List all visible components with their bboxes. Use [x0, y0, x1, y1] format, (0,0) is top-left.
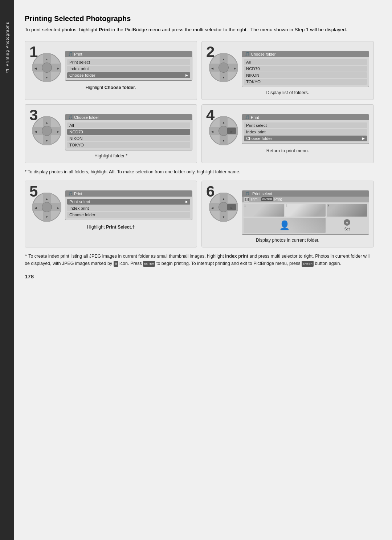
dpad-4-left	[211, 128, 213, 134]
step-3-caption: Highlight folder.*	[29, 153, 192, 158]
menu-item-nikon-3: NIKON	[67, 136, 190, 141]
menu-item-ncd70-2: NCD70	[244, 66, 367, 72]
page-intro: To print selected photos, highlight Prin…	[25, 26, 374, 34]
footnote-1: * To display photos in all folders, high…	[25, 168, 374, 176]
steps-grid-bottom: 5 🎵 Print	[25, 181, 374, 247]
main-content: Printing Selected Photographs To print s…	[14, 0, 392, 540]
photo-thumb-3: 3	[327, 204, 367, 217]
dpad-1	[32, 53, 61, 82]
dpad-left-arrow	[34, 64, 37, 71]
dpad-6-down	[222, 213, 225, 219]
dpad-5-left	[34, 204, 37, 210]
dpad-down-arrow	[45, 73, 48, 80]
enter-icon: ENTER	[143, 261, 155, 266]
menu-item-tokyo-2: TOKYO	[244, 79, 367, 85]
dpad-6-right	[227, 204, 236, 210]
dpad-5-up	[45, 195, 48, 201]
dpad-4-right	[227, 128, 236, 134]
dpad-3-right	[57, 128, 59, 134]
dpad-6-left	[211, 204, 213, 210]
dpad-2-up	[222, 55, 225, 62]
step-3-menu-title: Choose folder	[74, 115, 99, 120]
dpad-3-left	[34, 128, 37, 134]
enter-badge: ENTER	[261, 197, 273, 201]
print-label: Print	[274, 197, 282, 201]
step-1-caption: Highlight Choose folder.	[29, 85, 192, 90]
step-1-menu-header: 🎵 Print	[65, 51, 192, 57]
menu-item-nikon-2: NIKON	[244, 72, 367, 78]
step-1-box: 1 🎵 Print	[25, 41, 197, 100]
step-4-box: 4 🎵 Print	[201, 104, 374, 163]
step-4-content: 🎵 Print Print select Index print Choose …	[206, 113, 369, 145]
thumb-num-2: 2	[286, 204, 287, 207]
menu-item-all-2: All	[244, 59, 367, 65]
step-5-menu-items: Print select ▶ Index print Choose folder	[65, 197, 192, 220]
step-5-menu: 🎵 Print Print select ▶ Index print Choos…	[65, 190, 192, 220]
menu-item-index-print-5: Index print	[67, 205, 190, 211]
menu-icon-6: 🎵	[245, 192, 249, 196]
menu-item-ncd70-3: NCD70	[67, 129, 190, 135]
step-6-content: 🎵 Print select ⊞ Trim ENTER Print	[206, 189, 369, 235]
dpad-2-right	[234, 64, 236, 71]
dpad-right-arrow	[57, 64, 59, 71]
dpad-6-up	[222, 195, 225, 201]
menu-icon-1: 🎵	[68, 52, 73, 56]
menu-item-tokyo-3: TOKYO	[67, 142, 190, 148]
person-silhouette: 👤	[279, 220, 290, 230]
menu-item-index-print-4: Index print	[244, 129, 367, 135]
step-6-photo-header: 🎵 Print select	[242, 191, 369, 197]
menu-item-print-select-5: Print select ▶	[67, 199, 190, 205]
step-1-menu: 🎵 Print Print select Index print Choose …	[65, 51, 192, 81]
menu-icon-3: 🎵	[68, 115, 73, 119]
step-5-box: 5 🎵 Print	[25, 181, 197, 247]
menu-arrow-4: ▶	[362, 137, 365, 140]
step-3-box: 3 🎵 Choose folder	[25, 104, 197, 163]
step-3-menu-items: All NCD70 NIKON TOKYO	[65, 120, 192, 150]
step-6-menu-title: Print select	[252, 192, 272, 196]
enter-icon-2: ENTER	[302, 261, 314, 266]
dpad-4-down	[222, 137, 225, 143]
menu-icon-4: 🎵	[245, 115, 249, 119]
dpad-6	[209, 193, 238, 222]
page-title: Printing Selected Photographs	[25, 15, 374, 23]
menu-arrow-1: ▶	[185, 73, 188, 77]
step-6-photo-display: 🎵 Print select ⊞ Trim ENTER Print	[242, 190, 369, 235]
set-circle: ⊕	[344, 219, 350, 226]
trim-icon: ⊞	[244, 197, 249, 202]
step-5-content: 🎵 Print Print select ▶ Index print Choos…	[29, 189, 192, 222]
step-2-box: 2 🎵 Choose folder	[201, 41, 374, 100]
step-6-caption: Display photos in current folder.	[206, 238, 369, 243]
dpad-up-arrow	[45, 55, 48, 62]
set-label: Set	[344, 227, 350, 231]
jpeg-icon: ⊞	[114, 261, 118, 266]
step-4-menu: 🎵 Print Print select Index print Choose …	[242, 114, 369, 144]
step-2-caption: Display list of folders.	[206, 90, 369, 95]
step-3-content: 🎵 Choose folder All NCD70 NIKON TOKYO	[29, 113, 192, 150]
thumb-num-1: 1	[244, 204, 246, 207]
step-6-box: 6 🎵 Print select	[201, 181, 374, 247]
dpad-2-down	[222, 73, 225, 80]
step-2-menu-title: Choose folder	[251, 52, 276, 56]
dpad-5-right	[57, 204, 59, 210]
step-2-menu-header: 🎵 Choose folder	[242, 51, 369, 57]
step-1-menu-title: Print	[74, 52, 82, 56]
steps-grid-top: 1 🎵 Print	[25, 41, 374, 163]
page-header: Printing Selected Photographs To print s…	[25, 15, 374, 34]
step-5-menu-header: 🎵 Print	[65, 191, 192, 197]
dpad-5-down	[45, 213, 48, 219]
photo-thumb-1: 1	[244, 204, 284, 217]
page-number: 178	[25, 273, 374, 279]
menu-item-index-print-1: Index print	[67, 66, 190, 72]
dpad-3-up	[45, 118, 48, 125]
dpad-4	[209, 116, 238, 145]
step-5-menu-title: Print	[74, 192, 82, 196]
menu-arrow-5: ▶	[185, 200, 188, 203]
step-4-menu-title: Print	[251, 115, 259, 120]
step-1-content: 🎵 Print Print select Index print Choose …	[29, 49, 192, 82]
trim-control: ⊞ Trim	[244, 197, 258, 202]
step-2-content: 🎵 Choose folder All NCD70 NIKON TOKYO	[206, 49, 369, 87]
step-1-menu-items: Print select Index print Choose folder ▶	[65, 57, 192, 80]
menu-item-choose-folder-1: Choose folder ▶	[67, 72, 190, 78]
step-4-caption: Return to print menu.	[206, 148, 369, 153]
dpad-4-up	[222, 118, 225, 125]
